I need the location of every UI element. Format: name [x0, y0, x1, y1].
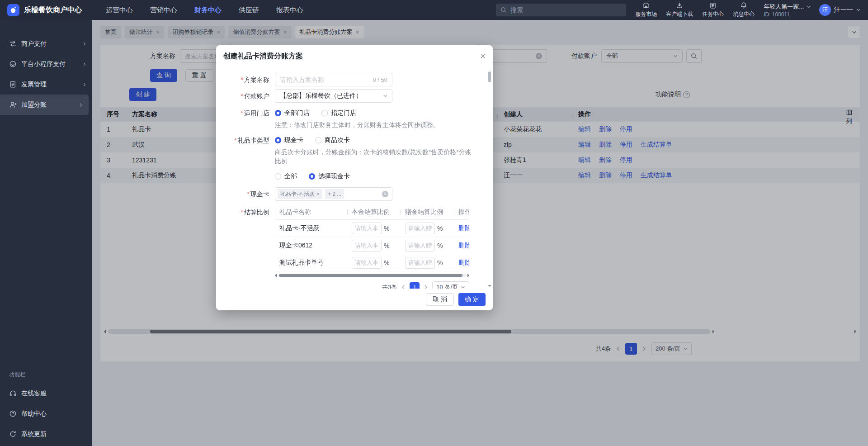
clear-icon[interactable]: [382, 191, 388, 197]
brand[interactable]: 乐檬餐饮商户中心: [7, 4, 96, 16]
chevron-right-icon: [82, 62, 87, 66]
dialog-title: 创建礼品卡消费分账方案: [223, 52, 303, 61]
task-icon: [709, 2, 717, 9]
selected-card-tag: 礼品卡-不活跃: [278, 189, 322, 199]
cash-card-multiselect[interactable]: 礼品卡-不活跃 + 2 ...: [275, 187, 392, 201]
page-number[interactable]: 1: [410, 282, 420, 289]
chevron-down-icon: [856, 8, 861, 12]
cancel-button[interactable]: 取 消: [426, 293, 454, 306]
brand-title: 乐檬餐饮商户中心: [24, 5, 82, 15]
radio-icon: [275, 110, 281, 116]
plan-name-input[interactable]: [280, 76, 370, 83]
chevron-down-icon: [383, 94, 387, 98]
chevron-down-icon: [807, 5, 811, 9]
sidebar-item-franchise-split[interactable]: 加盟分账: [0, 95, 89, 115]
invoice-icon: [9, 81, 17, 88]
principal-ratio-input[interactable]: [352, 240, 382, 251]
nav-item-supply-chain[interactable]: 供应链: [239, 6, 259, 14]
main-nav: 运营中心 营销中心 财务中心 供应链 报表中心: [106, 6, 303, 14]
prev-page-button[interactable]: [401, 285, 406, 289]
download-icon: [676, 2, 683, 9]
dialog-vertical-scrollbar[interactable]: [488, 69, 491, 287]
payment-account-label: 付款账户: [216, 89, 275, 103]
scroll-left-icon[interactable]: [275, 274, 277, 277]
sidebar-item-online-support[interactable]: 在线客服: [0, 383, 92, 403]
sidebar: 商户支付 平台小程序支付 发票管理: [0, 20, 92, 446]
client-download-button[interactable]: 客户端下载: [666, 2, 693, 18]
next-page-button[interactable]: [423, 285, 429, 289]
giftcard-type-label: 礼品卡类型: [216, 135, 275, 146]
merchant-account-switcher[interactable]: 年轻人第一家... ID: 100011: [764, 3, 811, 18]
nav-item-marketing[interactable]: 营销中心: [150, 6, 177, 14]
radio-specified-stores[interactable]: 指定门店: [321, 109, 356, 117]
ratio-table-header: 礼品卡名称 本金结算比例 赠金结算比例 操作: [275, 204, 469, 220]
user-name: 汪一一: [834, 6, 853, 14]
ratio-table-row: 现金卡0612 % % 删除: [275, 237, 469, 254]
scrollbar-track[interactable]: [278, 274, 466, 277]
ratio-table-row: 测试礼品卡单号 % % 删除: [275, 254, 469, 271]
refresh-icon: [9, 430, 17, 438]
store-icon: [642, 2, 650, 9]
headset-icon: [9, 389, 17, 397]
total-count: 共3条: [382, 283, 397, 289]
card-type-note: 商品次卡分账时，分账金额为：次卡的核销次数/总次数*售卖价格*分账比例: [275, 147, 474, 166]
radio-icon: [315, 137, 321, 143]
scrollbar-thumb[interactable]: [279, 274, 462, 277]
top-navbar: 乐檬餐饮商户中心 运营中心 营销中心 财务中心 供应链 报表中心 服务市场 客户…: [0, 0, 868, 20]
card-type-radio-group: 现金卡 商品次卡: [275, 135, 350, 146]
create-giftcard-split-plan-dialog: 创建礼品卡消费分账方案 方案名称 0 / 50 付款账户 【总部】乐檬餐饮（已进…: [216, 45, 493, 310]
delete-link[interactable]: 删除: [458, 242, 469, 250]
close-icon[interactable]: [316, 191, 320, 197]
help-icon: [9, 410, 17, 418]
settlement-ratio-label: 结算比例: [216, 204, 275, 289]
radio-product-times-card[interactable]: 商品次卡: [315, 136, 350, 144]
sidebar-footer: 功能栏 在线客服 帮助中心 系统更新: [0, 371, 92, 446]
ratio-horizontal-scrollbar: [275, 273, 469, 278]
global-search-input[interactable]: [510, 6, 622, 14]
page-size-select[interactable]: 10 条/页: [432, 281, 469, 289]
nav-item-reports[interactable]: 报表中心: [276, 6, 303, 14]
user-menu[interactable]: 汪 汪一一: [819, 4, 861, 16]
search-icon: [500, 7, 507, 13]
sidebar-item-system-update[interactable]: 系统更新: [0, 424, 92, 444]
payment-icon: [9, 40, 17, 47]
bonus-ratio-input[interactable]: [405, 223, 435, 234]
scrollbar-thumb[interactable]: [488, 71, 491, 82]
nav-item-finance[interactable]: 财务中心: [194, 6, 222, 14]
sidebar-footer-title: 功能栏: [0, 371, 92, 383]
cash-card-scope-radio-group: 全部 选择现金卡: [275, 171, 350, 182]
principal-ratio-input[interactable]: [352, 223, 382, 234]
delete-link[interactable]: 删除: [458, 224, 469, 232]
task-center-button[interactable]: 任务中心: [702, 2, 724, 18]
settlement-ratio-table: 礼品卡名称 本金结算比例 赠金结算比例 操作 礼品卡-不活跃 %: [275, 204, 469, 271]
sidebar-item-invoice-management[interactable]: 发票管理: [0, 74, 92, 95]
confirm-button[interactable]: 确 定: [458, 293, 486, 306]
nav-item-operations[interactable]: 运营中心: [106, 6, 133, 14]
global-search[interactable]: [496, 4, 626, 16]
radio-icon: [321, 110, 328, 116]
radio-all-cards[interactable]: 全部: [275, 172, 297, 180]
radio-select-cash-card[interactable]: 选择现金卡: [309, 172, 350, 180]
principal-ratio-input[interactable]: [352, 257, 382, 269]
scroll-right-icon[interactable]: [467, 274, 469, 277]
cash-card-label: 现金卡: [216, 187, 275, 201]
delete-link[interactable]: 删除: [458, 259, 469, 267]
scroll-down-icon[interactable]: [488, 285, 491, 287]
more-tags-badge: + 2 ...: [325, 189, 344, 199]
sidebar-item-platform-miniprogram-payment[interactable]: 平台小程序支付: [0, 54, 92, 74]
close-icon[interactable]: [480, 52, 486, 61]
service-market-button[interactable]: 服务市场: [635, 2, 657, 18]
store-note: 注意：修改门店财务主体时，分账财务主体将会同步调整。: [275, 120, 474, 129]
merchant-name: 年轻人第一家...: [764, 3, 804, 11]
payment-account-select[interactable]: 【总部】乐檬餐饮（已进件）: [275, 89, 392, 103]
message-center-button[interactable]: 消息中心: [733, 2, 755, 18]
sidebar-item-help-center[interactable]: 帮助中心: [0, 403, 92, 424]
sidebar-item-merchant-payment[interactable]: 商户支付: [0, 33, 92, 54]
radio-cash-card[interactable]: 现金卡: [275, 136, 303, 144]
bonus-ratio-input[interactable]: [405, 257, 435, 269]
bonus-ratio-input[interactable]: [405, 240, 435, 251]
ratio-table-row: 礼品卡-不活跃 % % 删除: [275, 220, 469, 237]
radio-all-stores[interactable]: 全部门店: [275, 109, 310, 117]
bell-icon: [740, 2, 747, 9]
chevron-right-icon: [79, 103, 83, 107]
